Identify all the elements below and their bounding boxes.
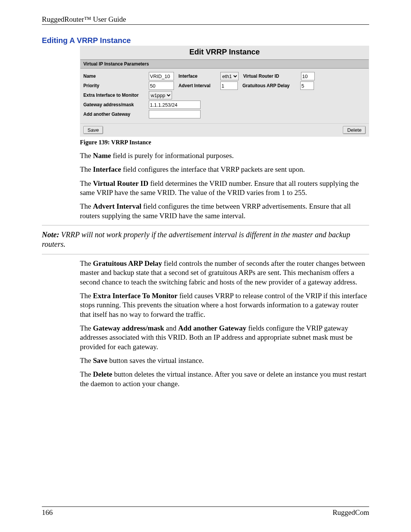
para-garp: The Gratuitous ARP Delay field controls … xyxy=(80,259,369,287)
gateway-input[interactable] xyxy=(149,101,201,109)
vrid-input[interactable] xyxy=(301,72,315,80)
name-input[interactable] xyxy=(149,72,174,80)
para-delete: The Delete button deletes the virtual in… xyxy=(80,370,369,388)
page-footer: 166 RuggedCom xyxy=(42,506,369,517)
page-number: 166 xyxy=(42,508,53,517)
row-extra-if: Extra Interface to Monitor w1ppp xyxy=(83,91,366,99)
para-vrid: The Virtual Router ID field determines t… xyxy=(80,179,369,198)
row-name: Name Interface eth1 Virtual Router ID xyxy=(83,72,366,80)
label-vrid: Virtual Router ID xyxy=(243,73,296,79)
label-garp: Gratuitous ARP Delay xyxy=(242,83,296,88)
row-add-gateway: Add another Gateway xyxy=(83,110,366,118)
label-name: Name xyxy=(83,73,144,79)
param-group-header: Virtual IP Instance Parameters xyxy=(80,59,369,69)
label-add-gateway: Add another Gateway xyxy=(83,112,144,117)
para-gateway: The Gateway address/mask and Add another… xyxy=(80,324,369,351)
delete-button[interactable]: Delete xyxy=(343,126,366,134)
divider-top xyxy=(42,225,369,225)
add-gateway-input[interactable] xyxy=(149,110,201,118)
para-advert: The Advert Interval field configures the… xyxy=(80,202,369,220)
para-save: The Save button saves the virtual instan… xyxy=(80,356,369,365)
row-gateway: Gateway address/mask xyxy=(83,101,366,109)
garp-input[interactable] xyxy=(300,81,314,90)
label-priority: Priority xyxy=(83,83,144,88)
label-gateway: Gateway address/mask xyxy=(83,102,144,107)
row-priority: Priority Advert Interval Gratuitous ARP … xyxy=(83,81,366,90)
screenshot-title: Edit VRRP Instance xyxy=(80,46,369,59)
para-extra-if: The Extra Interface To Monitor field cau… xyxy=(80,291,369,319)
extra-if-select[interactable]: w1ppp xyxy=(149,91,172,99)
body-text-2: The Gratuitous ARP Delay field controls … xyxy=(42,259,369,388)
priority-input[interactable] xyxy=(149,81,174,90)
screenshot-edit-vrrp: Edit VRRP Instance Virtual IP Instance P… xyxy=(80,46,369,137)
button-row: Save Delete xyxy=(80,123,369,136)
footer-company: RuggedCom xyxy=(333,508,369,517)
interface-select[interactable]: eth1 xyxy=(220,72,239,80)
label-advert: Advert Interval xyxy=(178,83,216,88)
save-button[interactable]: Save xyxy=(83,126,103,134)
label-interface: Interface xyxy=(178,73,216,79)
note: Note: VRRP will not work properly if the… xyxy=(42,230,369,249)
label-extra-if: Extra Interface to Monitor xyxy=(83,93,144,98)
advert-input[interactable] xyxy=(220,81,238,90)
body-text: The Name field is purely for information… xyxy=(42,151,369,220)
doc-header: RuggedRouter™ User Guide xyxy=(42,15,369,25)
divider-bottom xyxy=(42,254,369,254)
para-interface: The Interface field configures the inter… xyxy=(80,165,369,174)
figure-caption: Figure 139: VRRP Instance xyxy=(80,139,369,146)
para-name: The Name field is purely for information… xyxy=(80,151,369,160)
section-title: Editing A VRRP Instance xyxy=(42,36,369,45)
